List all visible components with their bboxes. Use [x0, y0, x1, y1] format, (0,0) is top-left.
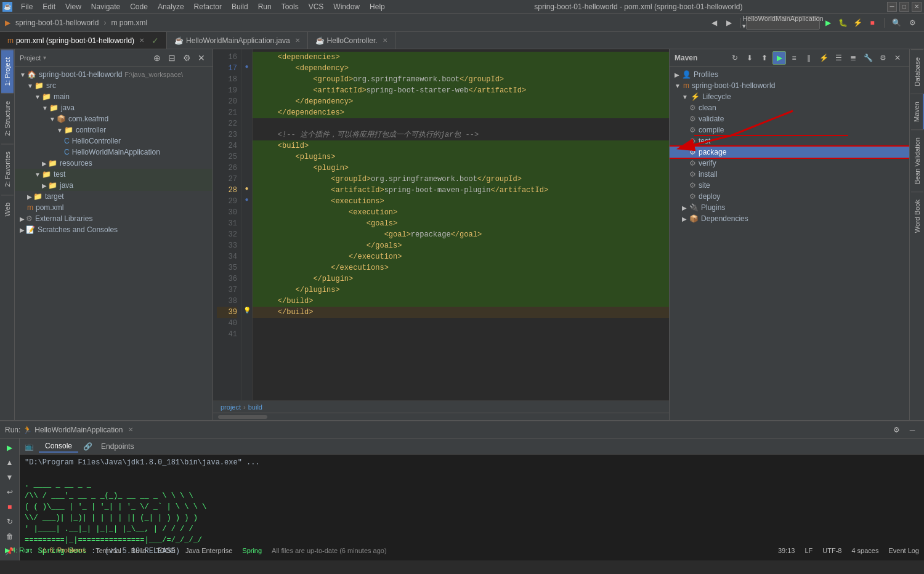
menu-vcs[interactable]: VCS: [304, 1, 329, 12]
maven-tool-btn[interactable]: 🔧: [861, 51, 875, 65]
breadcrumb-build[interactable]: build: [248, 403, 262, 411]
breadcrumb-project[interactable]: project: [221, 403, 241, 411]
status-problems-btn[interactable]: ⚠ 6: Problems: [41, 546, 86, 554]
maven-dependencies[interactable]: ▶ 📦 Dependencies: [670, 213, 909, 224]
status-terminal-btn[interactable]: Terminal: [95, 547, 121, 554]
tab-main-app[interactable]: ☕ HelloWorldMainApplication.java ✕: [167, 32, 308, 49]
maven-list-btn[interactable]: ☰: [832, 51, 845, 65]
maven-goal-deploy[interactable]: ⚙ deploy: [670, 191, 909, 202]
toolbar-btn-2[interactable]: ▶: [722, 16, 736, 30]
settings-btn[interactable]: ⚙: [906, 16, 919, 30]
tree-item-pomxml[interactable]: m pom.xml: [15, 202, 213, 213]
maven-goal-install[interactable]: ⚙ install: [670, 169, 909, 180]
maven-project[interactable]: ▼ m spring-boot-01-helloworld: [670, 80, 909, 91]
search-everywhere[interactable]: 🔍: [890, 16, 903, 30]
maven-goal-package[interactable]: ⚙ package: [670, 147, 909, 158]
sidebar-sync-icon[interactable]: ⊕: [151, 52, 163, 64]
run-wrap-btn[interactable]: ↩: [3, 485, 17, 499]
left-tab-project[interactable]: 1: Project: [1, 49, 14, 93]
status-todo-btn[interactable]: TODO: [156, 547, 176, 554]
maven-goal-site[interactable]: ⚙ site: [670, 180, 909, 191]
maven-download-btn[interactable]: ⬇: [743, 51, 756, 65]
run-hide-btn[interactable]: ─: [906, 423, 919, 437]
minimize-button[interactable]: ─: [887, 2, 897, 12]
tree-item-scratches[interactable]: ▶ 📝 Scratches and Consoles: [15, 224, 213, 235]
right-tab-database[interactable]: Database: [911, 49, 923, 94]
maven-settings-btn[interactable]: ⚙: [876, 51, 890, 65]
sidebar-collapse-icon[interactable]: ⊟: [166, 52, 178, 64]
debug-button[interactable]: 🐛: [836, 16, 849, 30]
h-scrollbar[interactable]: [218, 415, 267, 419]
sidebar-hide-icon[interactable]: ✕: [195, 52, 208, 64]
run-up-btn[interactable]: ▲: [3, 456, 17, 469]
tree-item-src[interactable]: ▼ 📁 src: [15, 80, 213, 91]
tree-item-package[interactable]: ▼ 📦 com.keafmd: [15, 113, 213, 124]
close-button[interactable]: ✕: [912, 2, 922, 12]
maven-reload-btn[interactable]: ↻: [728, 51, 742, 65]
menu-help[interactable]: Help: [365, 1, 390, 12]
run-down-btn[interactable]: ▼: [3, 471, 17, 484]
tree-item-target[interactable]: ▶ 📁 target: [15, 191, 213, 202]
tree-item-hellocontroller[interactable]: C HelloController: [15, 135, 213, 147]
tree-item-main[interactable]: ▼ 📁 main: [15, 91, 213, 102]
menu-navigate[interactable]: Navigate: [86, 1, 125, 12]
run-stop-btn[interactable]: ■: [3, 500, 17, 514]
menu-window[interactable]: Window: [328, 1, 365, 12]
left-tab-structure[interactable]: 2: Structure: [1, 93, 14, 144]
menu-tools[interactable]: Tools: [277, 1, 304, 12]
run-config-dropdown[interactable]: HelloWorldMainApplication ▾: [746, 16, 820, 30]
maven-goal-validate[interactable]: ⚙ validate: [670, 113, 909, 124]
maven-goal-verify[interactable]: ⚙ verify: [670, 158, 909, 169]
run-rerun-btn[interactable]: ↻: [3, 515, 17, 528]
tree-item-java-main[interactable]: ▼ 📁 java: [15, 102, 213, 113]
run-tab-endpoints[interactable]: Endpoints: [95, 441, 140, 452]
run-button[interactable]: ▶: [821, 16, 835, 30]
left-tab-web[interactable]: Web: [1, 195, 14, 224]
maven-hide-btn[interactable]: ✕: [891, 51, 904, 65]
maven-goal-compile[interactable]: ⚙ compile: [670, 124, 909, 135]
menu-analyze[interactable]: Analyze: [153, 1, 189, 12]
menu-edit[interactable]: Edit: [38, 1, 60, 12]
maven-parallel-btn[interactable]: ‖: [802, 51, 816, 65]
run-settings-btn[interactable]: ⚙: [890, 423, 903, 437]
maven-lifecycle[interactable]: ▼ ⚡ Lifecycle: [670, 91, 909, 102]
menu-refactor[interactable]: Refactor: [189, 1, 227, 12]
run-tab-console[interactable]: Console: [39, 440, 78, 453]
run-start-btn[interactable]: ▶: [3, 441, 17, 455]
tab-main-close[interactable]: ✕: [295, 37, 300, 44]
status-java-enterprise-btn[interactable]: Java Enterprise: [185, 547, 232, 554]
right-tab-maven[interactable]: Maven: [910, 94, 924, 129]
menu-code[interactable]: Code: [125, 1, 153, 12]
tree-item-controller[interactable]: ▼ 📁 controller: [15, 124, 213, 135]
maven-plugins[interactable]: ▶ 🔌 Plugins: [670, 202, 909, 213]
project-dropdown-arrow[interactable]: ▾: [43, 54, 46, 61]
tab-pom-close[interactable]: ✕: [139, 37, 144, 44]
maven-skip-btn[interactable]: ⚡: [817, 51, 830, 65]
menu-view[interactable]: View: [60, 1, 86, 12]
tree-item-java-test[interactable]: ▶ 📁 java: [15, 180, 213, 191]
maven-upload-btn[interactable]: ⬆: [758, 51, 771, 65]
right-tab-word-book[interactable]: Word Book: [911, 192, 923, 240]
left-tab-favorites[interactable]: 2: Favorites: [1, 144, 14, 194]
maven-profiles[interactable]: ▶ 👤 Profiles: [670, 69, 909, 80]
menu-file[interactable]: File: [16, 1, 38, 12]
maven-run-btn[interactable]: ▶: [772, 51, 786, 65]
status-build-btn[interactable]: Build: [131, 547, 146, 554]
sidebar-settings-icon[interactable]: ⚙: [180, 52, 193, 64]
maven-goal-clean[interactable]: ⚙ clean: [670, 102, 909, 113]
code-editor[interactable]: <dependencies> <dependency> <groupId>org…: [253, 49, 669, 400]
run-with-coverage[interactable]: ⚡: [851, 16, 864, 30]
maven-toggle-btn[interactable]: ≡: [787, 51, 801, 65]
tab-pom-xml[interactable]: m pom.xml (spring-boot-01-helloworld) ✕ …: [0, 32, 167, 49]
maven-col1-btn[interactable]: ≣: [846, 51, 860, 65]
tree-item-root[interactable]: ▼ 🏠 spring-boot-01-helloworld F:\java_wo…: [15, 69, 213, 80]
tab-ctrl-close[interactable]: ✕: [383, 37, 387, 44]
menu-run[interactable]: Run: [253, 1, 277, 12]
status-run-btn[interactable]: ▶ 4: Run: [5, 546, 31, 554]
status-spring-btn[interactable]: Spring: [242, 547, 262, 554]
tree-item-external-libs[interactable]: ▶ ⚙ External Libraries: [15, 213, 213, 224]
maximize-button[interactable]: □: [899, 2, 909, 12]
right-tab-bean-validation[interactable]: Bean Validation: [911, 129, 923, 192]
run-tab-close[interactable]: ✕: [128, 426, 133, 433]
tree-item-resources[interactable]: ▶ 📁 resources: [15, 158, 213, 169]
